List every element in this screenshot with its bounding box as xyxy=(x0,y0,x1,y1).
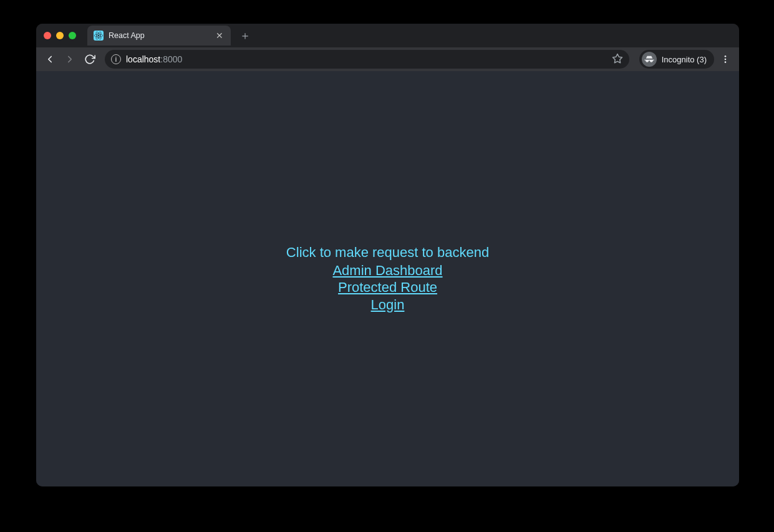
site-info-icon[interactable]: i xyxy=(111,54,121,64)
login-link[interactable]: Login xyxy=(371,296,405,314)
page-content: Click to make request to backend Admin D… xyxy=(36,71,739,486)
titlebar: React App ✕ ＋ xyxy=(36,24,739,47)
url-text: localhost:8000 xyxy=(126,54,182,64)
bookmark-star-icon[interactable] xyxy=(612,53,623,66)
window-fullscreen-button[interactable] xyxy=(69,32,76,39)
browser-tab[interactable]: React App ✕ xyxy=(87,26,231,46)
svg-point-6 xyxy=(725,59,727,60)
window-close-button[interactable] xyxy=(44,32,51,39)
new-tab-button[interactable]: ＋ xyxy=(239,28,251,43)
browser-toolbar: i localhost:8000 Incognito (3) xyxy=(36,47,739,71)
url-rest: :8000 xyxy=(160,54,182,64)
browser-window: React App ✕ ＋ i localhost:8000 xyxy=(36,24,739,486)
admin-dashboard-link[interactable]: Admin Dashboard xyxy=(332,262,442,279)
incognito-label: Incognito (3) xyxy=(662,55,707,64)
forward-button[interactable] xyxy=(61,51,79,68)
tab-strip: React App ✕ ＋ xyxy=(87,26,251,46)
reload-button[interactable] xyxy=(81,51,99,68)
url-host: localhost xyxy=(126,54,160,64)
address-bar[interactable]: i localhost:8000 xyxy=(105,50,629,69)
window-controls xyxy=(44,32,76,39)
protected-route-link[interactable]: Protected Route xyxy=(338,279,437,296)
incognito-indicator[interactable]: Incognito (3) xyxy=(639,50,714,69)
page-heading: Click to make request to backend xyxy=(286,244,489,261)
svg-marker-4 xyxy=(612,54,622,62)
tab-title: React App xyxy=(109,31,210,40)
menu-button[interactable] xyxy=(717,51,734,68)
react-favicon-icon xyxy=(94,31,104,41)
window-minimize-button[interactable] xyxy=(56,32,64,39)
back-button[interactable] xyxy=(41,51,59,68)
svg-point-5 xyxy=(725,56,727,57)
tab-close-button[interactable]: ✕ xyxy=(215,31,225,41)
svg-point-7 xyxy=(725,61,727,63)
incognito-icon xyxy=(642,52,657,67)
